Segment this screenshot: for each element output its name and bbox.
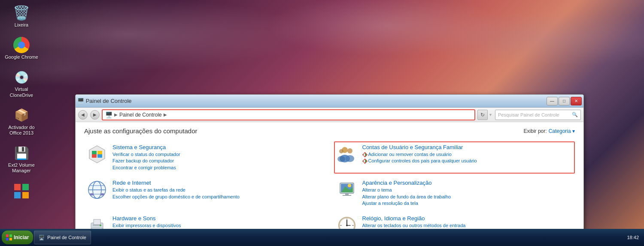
start-button[interactable]: Iniciar: [2, 231, 33, 244]
google-chrome-icon[interactable]: Google Chrome: [4, 36, 39, 60]
recycle-bin-icon[interactable]: 🗑️ Lixeira: [4, 4, 39, 28]
minimize-button[interactable]: —: [547, 97, 558, 105]
svg-point-14: [339, 149, 343, 153]
sistema-text: Sistema e Segurança Verificar o status d…: [112, 144, 180, 171]
aparencia-link-2[interactable]: Alterar plano de fundo da área de trabal…: [362, 194, 451, 200]
desktop: 🗑️ Lixeira Google Chrome 💿 Virtual Clone…: [0, 0, 644, 246]
activador-office-icon[interactable]: 📦 Activador do Office 2013: [4, 107, 39, 136]
title-bar-left: 🖥️ Painel de Controle: [77, 98, 132, 104]
taskbar-control-panel[interactable]: 🖥️ Painel de Controle: [34, 231, 91, 244]
relogio-link-1[interactable]: Alterar os teclados ou outros métodos de…: [362, 222, 466, 229]
taskbar-cp-icon: 🖥️: [39, 235, 45, 240]
view-by-control: Exibir por: Categoria ▾: [524, 128, 575, 134]
forward-button[interactable]: ▶: [90, 110, 100, 120]
control-panel-grid: Sistema e Segurança Verificar o status d…: [84, 141, 575, 238]
taskbar-time: 18:42: [627, 235, 639, 240]
aparencia-link-3[interactable]: Ajustar a resolução da tela: [362, 200, 451, 207]
refresh-button[interactable]: ↻: [477, 110, 488, 120]
svg-rect-19: [365, 153, 366, 156]
svg-point-35: [348, 184, 351, 187]
svg-point-13: [346, 155, 354, 162]
sistema-link-1[interactable]: Verificar o status do computador: [112, 151, 180, 158]
google-chrome-label: Google Chrome: [5, 54, 38, 60]
relogio-title[interactable]: Relógio, Idioma e Região: [362, 215, 466, 222]
svg-rect-36: [345, 193, 349, 195]
svg-rect-54: [9, 234, 12, 237]
breadcrumb-arrow: ▶: [164, 112, 167, 117]
rede-icon: [87, 180, 107, 200]
svg-rect-2: [14, 192, 21, 198]
windows-tiles-icon[interactable]: [4, 183, 39, 200]
svg-rect-31: [100, 193, 104, 195]
window-content: Ajuste as configurações do computador Ex…: [76, 122, 583, 240]
desktop-icons: 🗑️ Lixeira Google Chrome 💿 Virtual Clone…: [4, 4, 39, 200]
contas-title[interactable]: Contas de Usuário e Segurança Familiar: [362, 144, 477, 150]
windows-logo: [6, 234, 12, 240]
breadcrumb-panel-label: Painel de Controle: [119, 112, 162, 118]
taskbar: Iniciar 🖥️ Painel de Controle 18:42: [0, 229, 644, 246]
rede-title[interactable]: Rede e Internet: [112, 180, 240, 186]
rede-link-2[interactable]: Escolher opções de grupo doméstico e de …: [112, 194, 240, 200]
sistema-title[interactable]: Sistema e Segurança: [112, 144, 180, 150]
virtual-clone-drive-label: Virtual CloneDrive: [4, 87, 39, 98]
contas-text: Contas de Usuário e Segurança Familiar A…: [362, 144, 477, 165]
cp-item-sistema: Sistema e Segurança Verificar o status d…: [84, 141, 325, 174]
sistema-link-2[interactable]: Fazer backup do computador: [112, 158, 180, 164]
svg-rect-18: [364, 153, 365, 156]
virtual-clone-drive-icon[interactable]: 💿 Virtual CloneDrive: [4, 69, 39, 98]
search-placeholder: Pesquisar Painel de Controle: [498, 112, 559, 117]
svg-rect-55: [6, 238, 9, 240]
content-header: Ajuste as configurações do computador Ex…: [84, 127, 575, 135]
breadcrumb-pc-icon: 🖥️: [105, 111, 112, 118]
svg-rect-37: [343, 195, 351, 196]
title-bar: 🖥️ Painel de Controle — □ ✕: [76, 95, 583, 108]
hardware-link-1[interactable]: Exibir impressoras e dispositivos: [112, 222, 181, 229]
sistema-link-3[interactable]: Encontrar e corrigir problemas: [112, 165, 180, 171]
svg-rect-30: [90, 193, 94, 195]
address-bar-right: ↻ ▼: [477, 110, 492, 120]
search-bar[interactable]: Pesquisar Painel de Controle 🔍: [495, 110, 581, 120]
activador-office-label: Activador do Office 2013: [4, 125, 39, 136]
aparencia-text: Aparência e Personalização Alterar o tem…: [362, 180, 451, 207]
chrome-logo: [13, 37, 30, 53]
svg-rect-40: [94, 219, 100, 225]
start-label: Iniciar: [14, 234, 29, 240]
window-title: 🖥️ Painel de Controle: [77, 98, 132, 104]
aparencia-icon: [337, 180, 357, 200]
svg-rect-9: [97, 151, 102, 154]
svg-rect-1: [22, 184, 29, 190]
cp-item-rede: Rede e Internet Exibir o status e as tar…: [84, 177, 325, 209]
hardware-title[interactable]: Hardware e Sons: [112, 215, 181, 222]
contas-link-2[interactable]: Configurar controles dos pais para qualq…: [362, 158, 477, 164]
control-panel-window: 🖥️ Painel de Controle — □ ✕ ◀ ▶ 🖥️ ▶ Pai…: [75, 94, 584, 240]
rede-link-1[interactable]: Exibir o status e as tarefas da rede: [112, 187, 240, 193]
contas-icon: [337, 144, 357, 165]
svg-point-43: [100, 225, 101, 226]
svg-point-15: [337, 156, 345, 162]
close-button[interactable]: ✕: [571, 97, 582, 105]
aparencia-title[interactable]: Aparência e Personalização: [362, 180, 451, 186]
svg-marker-4: [89, 146, 105, 163]
svg-rect-7: [92, 151, 97, 154]
svg-rect-23: [365, 160, 366, 162]
svg-rect-0: [14, 184, 21, 190]
title-bar-controls: — □ ✕: [547, 97, 582, 105]
svg-point-29: [88, 181, 106, 198]
search-icon: 🔍: [572, 112, 578, 117]
svg-point-12: [347, 148, 352, 153]
contas-link-1[interactable]: Adicionar ou remover contas de usuário: [362, 151, 477, 158]
page-title: Ajuste as configurações do computador: [84, 127, 197, 135]
sistema-icon: [87, 144, 107, 165]
svg-rect-56: [9, 238, 12, 240]
breadcrumb[interactable]: 🖥️ ▶ Painel de Controle ▶: [102, 110, 475, 120]
aparencia-link-1[interactable]: Alterar o tema: [362, 187, 451, 193]
taskbar-cp-label: Painel de Controle: [47, 235, 86, 240]
ext2-volume-icon[interactable]: 💾 Ext2 Volume Manager: [4, 144, 39, 174]
svg-point-52: [346, 225, 348, 226]
rede-text: Rede e Internet Exibir o status e as tar…: [112, 180, 240, 200]
cp-item-contas: Contas de Usuário e Segurança Familiar A…: [334, 141, 575, 174]
back-button[interactable]: ◀: [78, 110, 88, 120]
maximize-button[interactable]: □: [559, 97, 570, 105]
view-by-value[interactable]: Categoria ▾: [549, 128, 575, 134]
svg-rect-53: [6, 234, 9, 237]
